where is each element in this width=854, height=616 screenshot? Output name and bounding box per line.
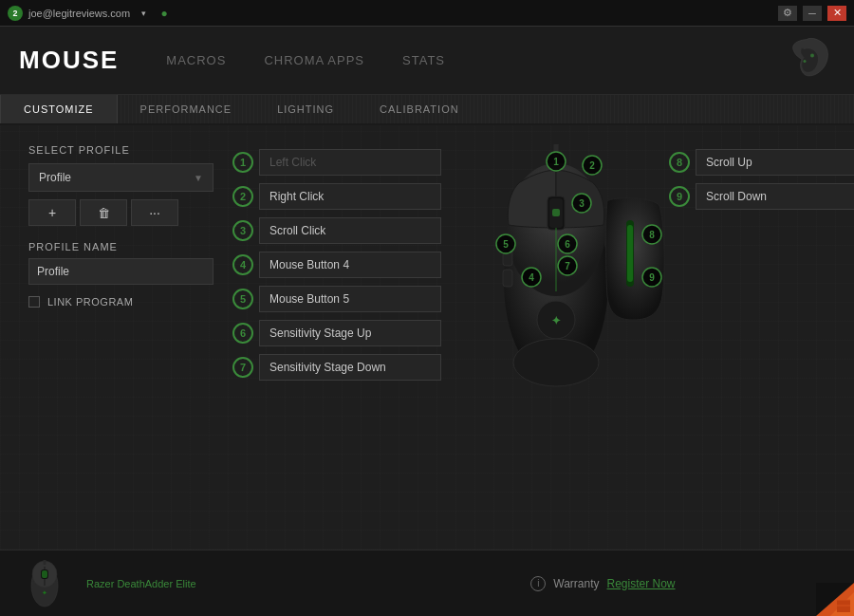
- delete-profile-button[interactable]: 🗑: [80, 199, 127, 226]
- subnav-lighting[interactable]: LIGHTING: [254, 95, 357, 123]
- mouse-panel: ✦ 1 2 3 4 5: [460, 144, 650, 391]
- svg-text:4: 4: [529, 272, 534, 283]
- button-row-1: 1Left Click: [232, 149, 441, 176]
- svg-rect-7: [552, 209, 560, 216]
- select-profile-label: SELECT PROFILE: [28, 144, 214, 156]
- svg-text:1: 1: [553, 157, 559, 167]
- subnav-customize[interactable]: CUSTOMIZE: [0, 95, 118, 123]
- wifi-icon: ▾: [136, 6, 151, 21]
- svg-point-13: [513, 339, 599, 386]
- scroll-panel: 8Scroll Up9Scroll Down: [669, 149, 854, 217]
- svg-text:6: 6: [565, 239, 570, 250]
- user-badge: 2: [8, 6, 23, 21]
- profile-dropdown-value: Profile: [39, 171, 71, 184]
- button-label-1: Left Click: [259, 149, 441, 176]
- svg-text:7: 7: [565, 261, 570, 271]
- minimize-button[interactable]: ─: [803, 6, 822, 21]
- button-row-4: 4Mouse Button 4: [232, 252, 441, 278]
- link-program-checkbox[interactable]: [28, 296, 40, 308]
- svg-rect-29: [627, 225, 633, 282]
- user-email: joe@legitreviews.com: [28, 8, 130, 19]
- link-program-label: LINK PROGRAM: [47, 296, 133, 308]
- subnav-calibration[interactable]: CALIBRATION: [357, 95, 482, 123]
- scroll-button-row-8: 8Scroll Up: [669, 149, 854, 176]
- titlebar-controls: ⚙ ─ ✕: [776, 6, 846, 21]
- trash-icon: 🗑: [98, 206, 110, 220]
- profile-actions: + 🗑 ···: [28, 199, 214, 226]
- nav-chroma-apps[interactable]: CHROMA APPS: [264, 49, 364, 71]
- button-label-3[interactable]: Scroll Click: [259, 217, 441, 244]
- profile-name-input[interactable]: [28, 258, 214, 285]
- app-title: MOUSE: [19, 46, 119, 75]
- device-name: Razer DeathAdder Elite: [86, 578, 196, 589]
- nav-tabs: MACROS CHROMA APPS STATS: [166, 49, 835, 71]
- svg-text:9: 9: [649, 272, 655, 283]
- razer-logo: [778, 34, 835, 86]
- profile-dropdown[interactable]: Profile ▼: [28, 163, 214, 192]
- svg-rect-10: [503, 270, 512, 287]
- button-label-2[interactable]: Right Click: [259, 183, 441, 210]
- titlebar-left: 2 joe@legitreviews.com ▾ ●: [8, 6, 776, 21]
- button-number-4: 4: [232, 254, 253, 275]
- device-name-section: Razer DeathAdder Elite: [86, 578, 196, 589]
- svg-point-0: [810, 53, 814, 57]
- main-content: SELECT PROFILE Profile ▼ + 🗑 ··· PROFILE…: [0, 125, 854, 550]
- scroll-button-number-8: 8: [669, 152, 690, 173]
- bottom-right-logo: [816, 583, 854, 616]
- button-label-5[interactable]: Mouse Button 5: [259, 286, 441, 312]
- button-label-6[interactable]: Sensitivity Stage Up: [259, 320, 441, 346]
- button-row-2: 2Right Click: [232, 183, 441, 210]
- link-program[interactable]: LINK PROGRAM: [28, 296, 214, 308]
- button-row-7: 7Sensitivity Stage Down: [232, 354, 441, 381]
- svg-text:✦: ✦: [551, 314, 561, 327]
- button-number-2: 2: [232, 186, 253, 207]
- header: MOUSE MACROS CHROMA APPS STATS: [0, 27, 854, 95]
- buttons-panel: 1Left Click2Right Click3Scroll Click4Mou…: [232, 149, 441, 388]
- titlebar: 2 joe@legitreviews.com ▾ ● ⚙ ─ ✕: [0, 0, 854, 27]
- button-number-7: 7: [232, 357, 253, 378]
- scroll-button-label-8[interactable]: Scroll Up: [696, 149, 854, 176]
- button-row-3: 3Scroll Click: [232, 217, 441, 244]
- scroll-button-label-9[interactable]: Scroll Down: [696, 183, 854, 210]
- subnav: CUSTOMIZE PERFORMANCE LIGHTING CALIBRATI…: [0, 95, 854, 125]
- scroll-button-number-9: 9: [669, 186, 690, 207]
- status-icon: ●: [157, 6, 172, 21]
- svg-text:5: 5: [503, 239, 509, 250]
- subnav-performance[interactable]: PERFORMANCE: [118, 95, 255, 123]
- nav-stats[interactable]: STATS: [402, 49, 445, 71]
- add-profile-button[interactable]: +: [28, 199, 76, 226]
- button-label-4[interactable]: Mouse Button 4: [259, 252, 441, 278]
- warranty-section: i Warranty Register Now: [530, 576, 835, 591]
- mouse-thumbnail: ✦: [19, 557, 71, 609]
- nav-macros[interactable]: MACROS: [166, 49, 226, 71]
- warranty-icon: i: [530, 576, 546, 591]
- button-number-3: 3: [232, 220, 253, 241]
- profile-panel: SELECT PROFILE Profile ▼ + 🗑 ··· PROFILE…: [28, 144, 214, 308]
- warranty-text: Warranty: [553, 577, 599, 590]
- scroll-button-row-9: 9Scroll Down: [669, 183, 854, 210]
- settings-button[interactable]: ⚙: [778, 6, 797, 21]
- button-label-7[interactable]: Sensitivity Stage Down: [259, 354, 441, 381]
- register-now-link[interactable]: Register Now: [607, 577, 676, 590]
- button-number-1: 1: [232, 152, 253, 173]
- svg-text:✦: ✦: [42, 589, 47, 596]
- mouse-side-image: 8 9: [598, 192, 669, 325]
- svg-point-1: [804, 60, 807, 63]
- svg-text:2: 2: [589, 160, 595, 171]
- bottom-bar: ✦ Razer DeathAdder Elite i Warranty Regi…: [0, 550, 854, 616]
- profile-name-label: PROFILE NAME: [28, 241, 214, 252]
- dropdown-arrow-icon: ▼: [194, 173, 203, 183]
- close-button[interactable]: ✕: [827, 6, 846, 21]
- button-number-6: 6: [232, 323, 253, 344]
- thumbnail-mouse-icon: ✦: [24, 557, 66, 609]
- svg-text:3: 3: [579, 198, 585, 209]
- button-row-6: 6Sensitivity Stage Up: [232, 320, 441, 346]
- button-row-5: 5Mouse Button 5: [232, 286, 441, 312]
- more-options-button[interactable]: ···: [131, 199, 178, 226]
- button-number-5: 5: [232, 289, 253, 309]
- svg-rect-38: [42, 570, 47, 578]
- svg-text:8: 8: [649, 230, 655, 240]
